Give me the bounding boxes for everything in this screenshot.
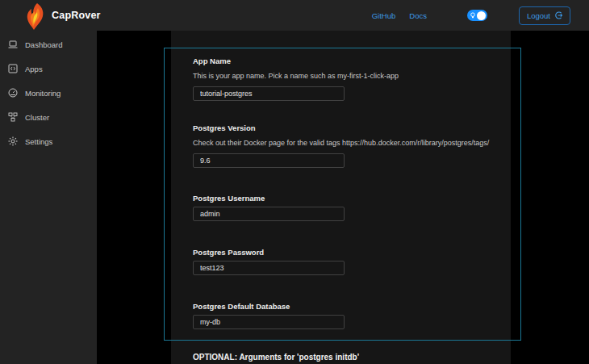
app-title: CapRover (52, 10, 101, 21)
postgres-version-input[interactable] (193, 153, 345, 168)
sidebar-item-monitoring[interactable]: Monitoring (0, 81, 97, 105)
field-description: Check out their Docker page for the vali… (193, 139, 511, 148)
field-app-name: App Name This is your app name. Pick a n… (193, 56, 511, 101)
bulb-icon (470, 12, 476, 19)
top-header: CapRover GitHub Docs Logout (0, 0, 589, 31)
sidebar-item-label: Monitoring (25, 89, 61, 98)
sidebar-item-cluster[interactable]: Cluster (0, 105, 97, 129)
sidebar-item-label: Settings (25, 137, 52, 146)
field-postgres-version: Postgres Version Check out their Docker … (193, 123, 511, 168)
sidebar-item-apps[interactable]: Apps (0, 56, 97, 81)
logout-icon (554, 11, 562, 19)
sidebar-nav: Dashboard Apps Monitoring Cluster (0, 31, 97, 364)
brand[interactable]: CapRover (27, 1, 101, 30)
app-name-input[interactable] (193, 86, 345, 101)
sidebar-item-dashboard[interactable]: Dashboard (0, 32, 97, 56)
docs-link[interactable]: Docs (409, 11, 427, 20)
field-label: Postgres Default Database (193, 302, 511, 311)
field-label: Postgres Username (193, 194, 511, 203)
sidebar-item-label: Cluster (25, 113, 49, 122)
dashboard-gauge-icon (8, 88, 18, 98)
code-icon (8, 64, 18, 73)
field-label: Postgres Password (193, 248, 511, 257)
oneclick-app-form-card: App Name This is your app name. Pick a n… (171, 31, 511, 364)
sidebar-item-label: Dashboard (25, 40, 62, 49)
field-postgres-password: Postgres Password (193, 248, 511, 275)
header-actions: GitHub Docs Logout (372, 6, 589, 25)
postgres-password-input[interactable] (193, 261, 345, 275)
dark-mode-toggle[interactable] (467, 10, 487, 21)
field-postgres-default-database: Postgres Default Database (193, 302, 511, 329)
cluster-icon (8, 112, 18, 122)
main-content: App Name This is your app name. Pick a n… (97, 31, 589, 364)
sidebar-item-label: Apps (25, 65, 43, 73)
logout-label: Logout (527, 11, 550, 20)
postgres-username-input[interactable] (193, 207, 345, 221)
laptop-icon (8, 40, 18, 49)
sidebar-item-settings[interactable]: Settings (0, 129, 97, 153)
github-link[interactable]: GitHub (372, 11, 396, 20)
optional-initdb-section-label: OPTIONAL: Arguments for 'postgres initdb… (193, 353, 511, 362)
postgres-default-database-input[interactable] (193, 315, 345, 329)
field-postgres-username: Postgres Username (193, 194, 511, 221)
toggle-knob (477, 11, 486, 20)
field-label: App Name (193, 56, 511, 65)
field-description: This is your app name. Pick a name such … (193, 72, 511, 81)
caprover-flame-logo-icon (27, 3, 46, 30)
field-label: Postgres Version (193, 123, 511, 132)
logout-button[interactable]: Logout (519, 6, 570, 25)
gear-icon (8, 136, 18, 146)
